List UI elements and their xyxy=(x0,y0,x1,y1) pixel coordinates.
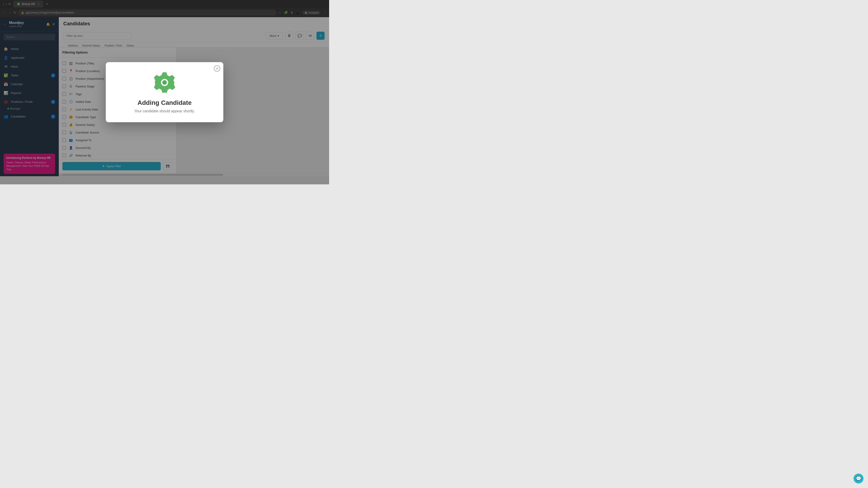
modal-gear-icon xyxy=(153,71,176,95)
modal-overlay: ✕ Adding Candidate Your candidate should… xyxy=(0,0,329,184)
modal-title: Adding Candidate xyxy=(137,99,192,106)
modal-subtitle: Your candidate should appear shortly. xyxy=(134,109,195,113)
svg-point-1 xyxy=(162,80,167,85)
modal-close-button[interactable]: ✕ xyxy=(214,65,220,72)
adding-candidate-modal: ✕ Adding Candidate Your candidate should… xyxy=(106,62,223,122)
